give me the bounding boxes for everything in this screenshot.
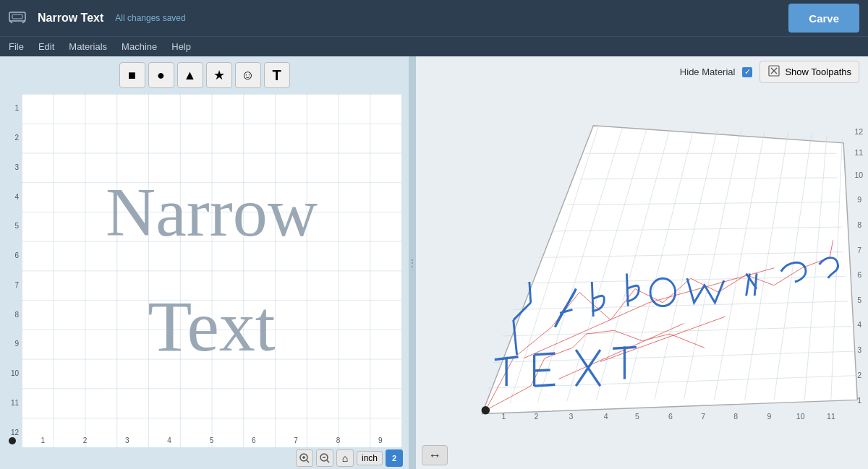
svg-text:6: 6 (857, 270, 861, 279)
settings-button[interactable]: 2 (386, 449, 403, 467)
svg-text:7: 7 (857, 246, 861, 254)
zoom-out-button[interactable] (316, 449, 333, 467)
saved-status: All changes saved (115, 13, 185, 23)
toolbar: ■ ● ▲ ★ ☺ T (0, 56, 409, 94)
svg-text:2: 2 (857, 371, 861, 379)
main: ■ ● ▲ ★ ☺ T 12 11 10 9 8 7 6 5 4 3 2 1 (0, 56, 868, 469)
svg-text:9: 9 (857, 195, 861, 204)
menu-materials[interactable]: Materials (69, 41, 107, 52)
toolpaths-icon (767, 64, 780, 79)
text-tool[interactable]: T (264, 62, 290, 88)
svg-text:7: 7 (701, 412, 705, 421)
svg-line-78 (535, 370, 550, 371)
right-header: Hide Material ✓ Show Toolpaths (416, 56, 868, 87)
svg-line-7 (307, 460, 309, 462)
menu-edit[interactable]: Edit (38, 41, 54, 52)
svg-line-65 (529, 282, 531, 303)
star-tool[interactable]: ★ (206, 62, 232, 88)
svg-text:4: 4 (857, 320, 861, 329)
carve-button[interactable]: Carve (788, 4, 859, 33)
svg-rect-0 (9, 12, 25, 21)
svg-text:11: 11 (827, 412, 835, 421)
panel-divider[interactable] (409, 56, 416, 469)
svg-line-79 (535, 384, 556, 386)
canvas-text-line1: Narrow (106, 172, 318, 252)
svg-rect-1 (12, 14, 22, 19)
home-button[interactable]: ⌂ (336, 449, 354, 467)
svg-text:2: 2 (535, 412, 539, 421)
svg-text:10: 10 (796, 412, 805, 421)
menu-machine[interactable]: Machine (122, 41, 157, 52)
machine-icon (9, 9, 26, 27)
triangle-tool[interactable]: ▲ (177, 62, 203, 88)
menu-file[interactable]: File (9, 41, 24, 52)
toolpath-preview: 1 2 3 4 5 6 7 8 9 10 11 12 1 2 3 4 5 6 7 (416, 87, 868, 442)
svg-text:5: 5 (635, 412, 639, 421)
emoji-tool[interactable]: ☺ (235, 62, 261, 88)
menu-help[interactable]: Help (171, 41, 191, 52)
svg-text:4: 4 (604, 412, 608, 421)
left-panel: ■ ● ▲ ★ ☺ T 12 11 10 9 8 7 6 5 4 3 2 1 (0, 56, 409, 469)
svg-text:8: 8 (733, 412, 738, 421)
svg-text:8: 8 (857, 220, 861, 229)
y-ruler: 12 11 10 9 8 7 6 5 4 3 2 1 (0, 94, 22, 447)
svg-text:1: 1 (501, 412, 506, 421)
svg-line-10 (327, 460, 329, 462)
svg-text:6: 6 (668, 412, 673, 421)
canvas-text-line2: Text (148, 285, 275, 368)
circle-tool[interactable]: ● (148, 62, 174, 88)
right-bottom: ↔ (416, 442, 868, 469)
svg-text:5: 5 (857, 296, 861, 304)
header: Narrow Text All changes saved Carve (0, 0, 868, 36)
svg-text:3: 3 (569, 412, 574, 421)
svg-text:12: 12 (855, 127, 864, 136)
svg-text:3: 3 (857, 345, 861, 354)
svg-text:10: 10 (855, 171, 864, 179)
zoom-in-button[interactable] (296, 449, 313, 467)
canvas-bottom: ⌂ inch 2 (0, 447, 409, 469)
unit-selector[interactable]: inch (357, 451, 383, 465)
right-panel: Hide Material ✓ Show Toolpaths (416, 56, 868, 469)
show-toolpaths-button[interactable]: Show Toolpaths (760, 61, 859, 83)
hide-material-label: Hide Material (680, 66, 736, 77)
hide-material-checkbox[interactable]: ✓ (742, 67, 752, 77)
svg-point-107 (482, 406, 490, 415)
canvas-grid: Narrow Text (22, 94, 401, 447)
origin-dot (9, 437, 16, 444)
flip-button[interactable]: ↔ (422, 445, 448, 465)
preview-area[interactable]: 1 2 3 4 5 6 7 8 9 10 11 12 1 2 3 4 5 6 7 (416, 87, 868, 442)
x-ruler: 1 2 3 4 5 6 7 8 9 (22, 433, 401, 447)
rectangle-tool[interactable]: ■ (119, 62, 145, 88)
svg-text:9: 9 (767, 412, 771, 421)
svg-text:11: 11 (855, 148, 864, 157)
project-title: Narrow Text (38, 12, 103, 25)
svg-text:1: 1 (857, 396, 861, 405)
svg-line-83 (613, 347, 637, 348)
show-toolpaths-label: Show Toolpaths (785, 66, 851, 77)
canvas-area[interactable]: 12 11 10 9 8 7 6 5 4 3 2 1 Narrow Text (0, 94, 409, 469)
menubar: File Edit Materials Machine Help (0, 36, 868, 56)
svg-line-77 (535, 353, 556, 355)
